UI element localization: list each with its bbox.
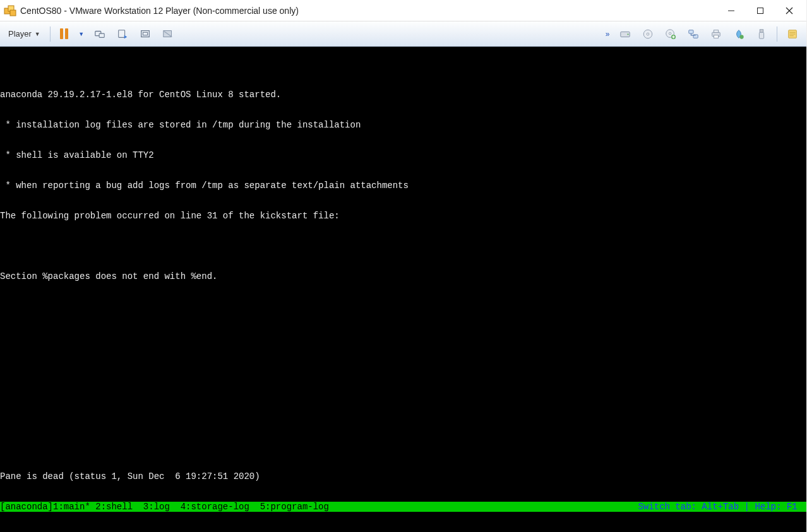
svg-rect-25 [714,35,718,38]
tmux-status-mid [329,502,638,512]
network-icon [688,28,699,40]
console-line: * installation log files are stored in /… [0,120,806,130]
svg-rect-21 [689,30,693,33]
toolbar-separator [50,27,51,42]
console-line: anaconda 29.19.2.17-1.el8 for CentOS Lin… [0,90,806,100]
power-menu-button[interactable]: ▼ [76,24,87,44]
notes-icon [787,28,798,40]
svg-point-15 [627,33,628,35]
svg-rect-9 [118,30,124,37]
chevron-down-icon: ▼ [78,31,84,37]
svg-rect-28 [759,32,763,38]
unity-icon [162,28,174,40]
device-cd-button[interactable] [638,24,658,44]
svg-rect-10 [141,30,149,37]
device-harddisk-button[interactable] [615,24,635,44]
device-usb-button[interactable] [751,24,772,44]
device-cd2-button[interactable] [661,24,681,44]
toolbar-separator [777,27,777,42]
harddisk-icon [619,28,631,40]
console-line: * shell is available on TTY2 [0,150,806,160]
window-title: CentOS80 - VMware Workstation 12 Player … [20,6,299,16]
toolbar: Player ▼ ▼ » [0,21,806,47]
chevron-right-icon: » [606,30,610,38]
device-network-button[interactable] [683,24,703,44]
pane-dead-status: Pane is dead (status 1, Sun Dec 6 19:27:… [0,471,806,482]
console-line: The following problem occurred on line 3… [0,211,806,221]
settings-button[interactable] [782,24,803,44]
console-line: Section %packages does not end with %end… [0,271,806,281]
sound-icon [733,28,744,40]
snapshot-icon [117,28,128,40]
svg-point-26 [739,35,743,38]
usb-icon [756,28,767,40]
send-ctrl-alt-del-button[interactable] [90,24,110,44]
titlebar: CentOS80 - VMware Workstation 12 Player … [0,0,806,21]
svg-rect-11 [143,32,147,35]
tmux-status-right: Switch tab: Alt+Tab | Help: F1 [638,502,806,512]
console-output: anaconda 29.19.2.17-1.el8 for CentOS Lin… [0,67,806,302]
console-line [0,241,806,251]
cd-add-icon [665,28,676,40]
device-printer-button[interactable] [706,24,726,44]
chevron-down-icon: ▼ [35,31,40,37]
player-menu-label: Player [8,29,32,38]
unity-button[interactable] [158,24,178,44]
console-line: * when reporting a bug add logs from /tm… [0,180,806,191]
fullscreen-button[interactable] [135,24,155,44]
console-bottom: Pane is dead (status 1, Sun Dec 6 19:27:… [0,451,806,532]
cd-icon [642,28,654,40]
device-sound-button[interactable] [729,24,749,44]
vm-console[interactable]: anaconda 29.19.2.17-1.el8 for CentOS Lin… [0,47,806,532]
svg-point-19 [669,32,671,34]
svg-point-17 [647,33,649,35]
suspend-button[interactable] [56,24,73,44]
svg-rect-2 [10,10,16,16]
printer-icon [710,28,722,40]
keyboard-icon [94,28,105,40]
fullscreen-icon [140,28,151,40]
vmware-boxes-icon [4,4,16,17]
svg-rect-27 [760,29,763,32]
devices-expand-button[interactable]: » [602,24,613,44]
close-button[interactable] [775,0,804,21]
minimize-button[interactable] [717,0,746,21]
tmux-statusbar: [anaconda]1:main* 2:shell 3:log 4:storag… [0,502,806,512]
maximize-button[interactable] [746,0,775,21]
svg-rect-8 [99,33,104,37]
svg-rect-4 [758,8,763,13]
pause-icon [60,28,68,39]
player-menu-button[interactable]: Player ▼ [4,24,45,44]
svg-rect-24 [714,30,718,32]
manage-snapshots-button[interactable] [112,24,133,44]
tmux-status-left: [anaconda]1:main* 2:shell 3:log 4:storag… [0,502,329,512]
